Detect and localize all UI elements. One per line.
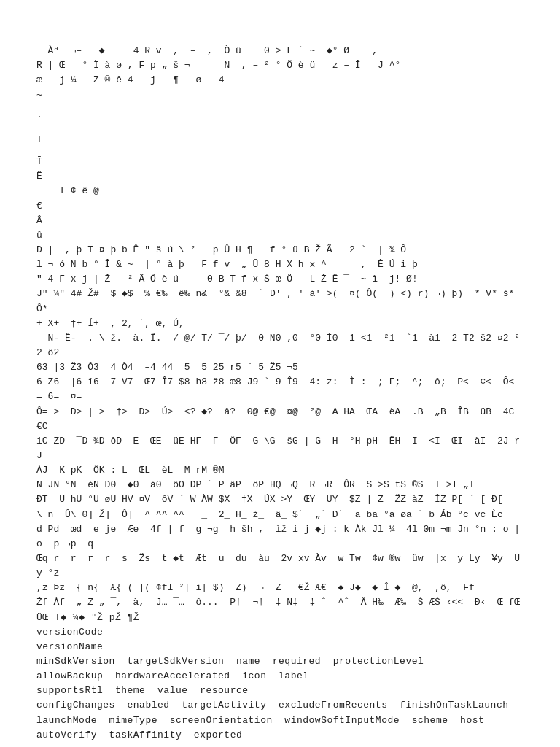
text-line: ÀJ K pK ÔK : L ŒL èL M rM ®M <box>36 463 524 478</box>
text-line: 6 Z6 |6 î6 7 V7 Œ7 Î7 $8 h8 ž8 æ8 J9 ` 9… <box>36 375 524 404</box>
text-line: + X+ †+ Í+ , 2, `, œ, Ú, <box>36 317 524 331</box>
text-line <box>36 103 524 110</box>
text-line: ~ <box>36 88 524 103</box>
text-line: configChanges enabled targetActivity exc… <box>36 698 524 713</box>
text-line: Ê <box>36 169 524 184</box>
text-line: T ¢ ê @ <box>36 184 524 198</box>
text-line: J" ¼" 4# Ž# $ ◆$ % €‰ ê‰ n& °& &8 ` D' ,… <box>36 287 524 316</box>
text-line: € <box>36 199 524 214</box>
text-line: R | Œ ¯ ° Ì à ø , F p „ š ¬ N , – ² ° Õ … <box>36 58 524 73</box>
text-line: " 4 F x j | Ž ² Ã Ö è ú 0 B T f x Š œ Ö … <box>36 272 524 287</box>
text-line: Ô= > D> | > †> Ð> Ú> <? ◆? â? 0@ €@ ¤@ ²… <box>36 405 524 434</box>
text-line: ÐT U hU °U øU HV ¤V ôV ` W ÀW $X †X ÚX >… <box>36 492 524 507</box>
text-line: supportsRtl theme value resource <box>36 684 524 698</box>
text-line: Àª ¬– ◆ 4 R v , – , Ò û 0 > L ` ~ ◆° Ø , <box>36 44 524 58</box>
text-line: iC ZD ¯D ¾D ôD E ŒE üE HF F ÔF G \G šG |… <box>36 434 524 463</box>
text-line: T <box>36 133 524 147</box>
text-line: allowBackup hardwareAccelerated icon lab… <box>36 669 524 684</box>
text-line: · <box>36 110 524 125</box>
text-line: \ n Û\ 0] Ž] Ô] ^ ^^ ^^ _ 2_ H_ ž_ â_ $`… <box>36 508 524 522</box>
text-line: versionCode <box>36 625 524 640</box>
text-line <box>36 147 524 155</box>
text-line: 63 |3 Ž3 Ô3 4 Ò4 –4 44 5 5 25 r5 ` 5 Ž5 … <box>36 360 524 375</box>
text-line: l ¬ ó N b ° Î & ~ | ° à þ F f v „ Ū 8 H … <box>36 258 524 272</box>
text-line: autoVerify taskAffinity exported <box>36 728 524 743</box>
text-line: Œq r r r r s Žs t ◆t Æt u du àu 2v xv Àv… <box>36 551 524 581</box>
text-line: d Pd œd e je Æe 4f | f g ¬g h šh , ìž i … <box>36 522 524 551</box>
text-line: Â <box>36 214 524 228</box>
text-line: æ j ¼ Z ® ê 4 j ¶ ø 4 <box>36 73 524 88</box>
text-line: ÜŒ T◆ ¼◆ °Ž pŽ ¶Ž <box>36 611 524 625</box>
text-line: launchMode mimeType screenOrientation wi… <box>36 713 524 728</box>
text-line: ,z Þz { n{ Æ{ ( |( ¢fl ²| i| $) Z) ¬ Z €… <box>36 581 524 595</box>
main-content: Àª ¬– ◆ 4 R v , – , Ò û 0 > L ` ~ ◆° Ø ,… <box>36 29 524 743</box>
text-line: D | , þ T ¤ þ b Ê " š ú \ ² p Û H ¶ f ° … <box>36 243 524 258</box>
text-line: Žf Àf „ Z „ ¯, à, J… ¯… ô... P† ¬† ‡ N‡ … <box>36 595 524 610</box>
text-line: T̄ <box>36 155 524 169</box>
text-line: û <box>36 228 524 243</box>
text-line: N JN °N èN D0 ◆0 à0 ôO DP ` P âP ôP HQ ¬… <box>36 478 524 492</box>
text-line: versionName <box>36 640 524 654</box>
text-line: minSdkVersion targetSdkVersion name requ… <box>36 654 524 669</box>
text-line: – N- Ê- . \ ž. à. Î. / @/ T/ ¯/ þ/ 0 N0 … <box>36 331 524 360</box>
text-line <box>36 125 524 132</box>
